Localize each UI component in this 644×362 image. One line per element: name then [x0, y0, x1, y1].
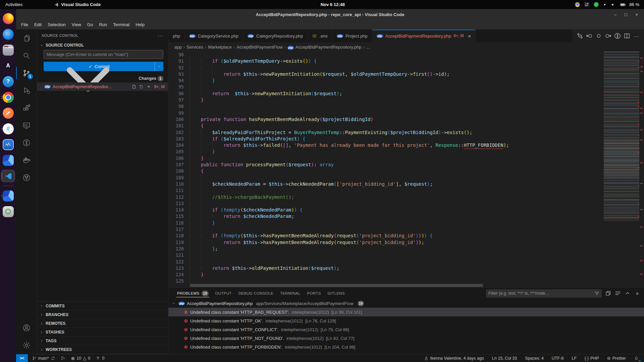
code-line-101[interactable]: 101 { — [168, 123, 644, 129]
previous-change-icon[interactable] — [586, 32, 593, 40]
dock-item-firefox[interactable] — [1, 12, 15, 25]
problem-row[interactable]: ⊗Undefined class constant 'HTTP_OK'.inte… — [168, 316, 644, 325]
code-line-121[interactable]: 121 — [168, 252, 644, 258]
close-button[interactable]: × — [633, 11, 641, 19]
activity-extensions[interactable] — [16, 99, 37, 117]
menu-selection[interactable]: Selection — [45, 21, 68, 28]
code-line-90[interactable]: 90 — [168, 52, 644, 58]
discard-changes-icon[interactable] — [139, 84, 144, 89]
section-commits[interactable]: COMMITS — [37, 302, 168, 310]
dock-item-ubuntu-software[interactable]: A — [1, 59, 15, 72]
activity-remote-explorer[interactable] — [16, 117, 37, 134]
list-icon[interactable] — [614, 290, 621, 297]
activity-source-control[interactable]: 1 — [16, 64, 37, 82]
panel-tab-output[interactable]: OUTPUT — [212, 288, 235, 299]
code-line-92[interactable]: 92 — [168, 65, 644, 71]
dock-item-vscode[interactable] — [1, 170, 15, 182]
activity-settings[interactable] — [16, 337, 37, 354]
activity-accounts[interactable] — [16, 319, 37, 337]
language-mode[interactable]: { } PHP — [583, 354, 600, 362]
minimap-slider[interactable] — [604, 139, 639, 177]
code-line-91[interactable]: 91 if ($oldPaymentTempQuery->exists()) { — [168, 58, 644, 64]
changed-file-row[interactable]: php AcceptBidPaymentRepositor... 9+, M — [37, 82, 168, 91]
code-line-97[interactable]: 97 } — [168, 97, 644, 103]
breadcrumb-item[interactable]: Marketplace — [208, 45, 232, 50]
minimize-button[interactable]: – — [611, 11, 619, 19]
changes-section[interactable]: Changes 1 — [37, 74, 168, 82]
volume-icon[interactable] — [610, 2, 616, 7]
close-icon[interactable]: × — [634, 290, 641, 297]
gitlens-icon[interactable] — [614, 32, 621, 40]
menu-go[interactable]: Go — [84, 21, 96, 28]
cursor-position[interactable]: Ln 15, Col 33 — [491, 354, 518, 362]
code-line-118[interactable]: 118 if (!empty($this->hasPaymentBeenMade… — [168, 233, 644, 239]
more-actions-icon[interactable]: ··· — [157, 33, 163, 38]
system-tray[interactable]: ▼ 86 % — [575, 0, 644, 9]
notifications-bell[interactable] — [633, 354, 640, 362]
dock-item-system-monitor[interactable] — [1, 138, 15, 151]
activity-explorer[interactable] — [16, 29, 37, 47]
activity-run-debug[interactable] — [16, 82, 37, 99]
problem-row[interactable]: ⊗Undefined class constant — [168, 351, 644, 354]
close-tab-icon[interactable]: × — [468, 33, 471, 39]
encoding[interactable]: UTF-8 — [550, 354, 565, 362]
tab-project-php[interactable]: phpProject.php — [332, 29, 372, 42]
code-line-119[interactable]: 119 return $this->hasPaymentBeenMadeAlre… — [168, 239, 644, 246]
stage-changes-icon[interactable] — [146, 84, 151, 89]
code-line-108[interactable]: 108 { — [168, 168, 644, 174]
network-icon[interactable]: ▼ — [603, 3, 606, 6]
section-remotes[interactable]: REMOTES — [37, 319, 168, 328]
code-line-96[interactable]: 96 return $this->newPaymentInitiation($r… — [168, 90, 644, 97]
chevron-up-icon[interactable] — [624, 290, 631, 297]
dock-item-help[interactable]: ? — [1, 75, 15, 88]
breadcrumb-item[interactable]: app — [174, 45, 182, 50]
code-line-99[interactable]: 99 — [168, 110, 644, 116]
ports-indicator[interactable]: 0 — [94, 354, 106, 362]
breadcrumb-item[interactable]: AcceptBidPaymentFlow — [236, 45, 282, 50]
problems-indicator[interactable]: ⊗ 10 △ 0 — [70, 354, 92, 362]
code-line-102[interactable]: 102 $alreadyPaidForThisProject = BuyerPa… — [168, 129, 644, 136]
split-editor-icon[interactable] — [623, 32, 631, 40]
restore-button[interactable]: □ — [622, 11, 630, 19]
breadcrumb-item[interactable]: ... — [366, 45, 370, 50]
dock-item-files[interactable] — [1, 44, 15, 56]
commit-info[interactable]: Ikenna Valentine, 4 days ago — [423, 354, 485, 362]
code-line-124[interactable]: 124 } — [168, 272, 644, 278]
dock-item-app-blue-2[interactable] — [1, 189, 15, 202]
problems-file-group[interactable]: php AcceptBidPaymentRepository.php app/S… — [168, 299, 644, 308]
dock-item-app-blue[interactable] — [1, 154, 15, 167]
code-line-103[interactable]: 103 if ($alreadyPaidForThisProject) { — [168, 136, 644, 142]
sync-icon[interactable] — [51, 356, 55, 361]
panel-tab-problems[interactable]: PROBLEMS10 — [174, 288, 212, 299]
eol-indicator[interactable]: LF — [570, 354, 578, 362]
code-line-112[interactable]: 112 //$this->chargeBackPayment(); — [168, 194, 644, 200]
code-line-117[interactable]: 117 — [168, 226, 644, 233]
dock-item-trash[interactable] — [1, 205, 15, 218]
open-file-icon[interactable] — [131, 84, 137, 89]
menu-view[interactable]: View — [69, 21, 84, 28]
compare-changes-icon[interactable] — [576, 32, 584, 40]
tab-categoryrepository-php[interactable]: phpCategoryRepository.php — [243, 29, 308, 42]
indentation[interactable]: Spaces: 4 — [524, 354, 545, 362]
backup-tray-icon[interactable] — [594, 2, 599, 7]
panel-tab-gitlens[interactable]: GITLENS — [324, 288, 348, 299]
problem-row[interactable]: ⊗Undefined class constant 'HTTP_BAD_REQU… — [168, 308, 644, 316]
filter-input[interactable] — [488, 291, 594, 296]
code-line-120[interactable]: 120 }; — [168, 246, 644, 252]
panel-tab-debug-console[interactable]: DEBUG CONSOLE — [235, 288, 277, 299]
code-line-122[interactable]: 122 — [168, 259, 644, 265]
menu-help[interactable]: Help — [132, 21, 148, 28]
compare-branch-icon[interactable] — [60, 356, 65, 361]
code-line-113[interactable]: 113 — [168, 200, 644, 207]
section-stashes[interactable]: STASHES — [37, 328, 168, 337]
current-change-icon[interactable] — [595, 32, 602, 40]
code-line-94[interactable]: 94 } — [168, 77, 644, 84]
next-change-icon[interactable] — [604, 32, 612, 40]
menu-file[interactable]: File — [18, 21, 31, 28]
code-line-106[interactable]: 106 } — [168, 155, 644, 162]
keyboard-indicator-icon[interactable] — [584, 2, 589, 7]
more-actions-icon[interactable]: ··· — [633, 32, 640, 40]
problem-row[interactable]: ⊗Undefined class constant 'HTTP_FORBIDDE… — [168, 343, 644, 351]
clock[interactable]: Nov 6 12:48 — [321, 2, 345, 7]
breadcrumb-item[interactable]: phpAcceptBidPaymentRepository.php — [287, 45, 361, 50]
